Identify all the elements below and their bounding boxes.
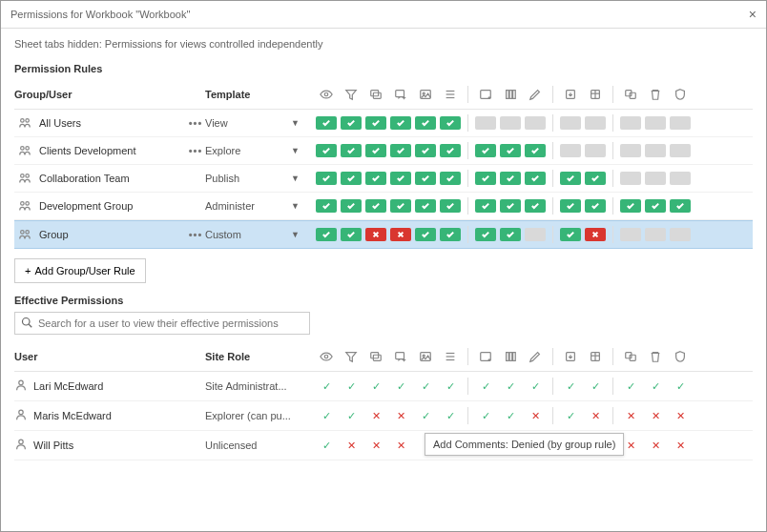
group-name: Development Group — [39, 200, 186, 212]
perm-badge[interactable] — [620, 116, 641, 130]
perm-badge[interactable] — [525, 144, 546, 157]
perm-badge[interactable] — [525, 172, 546, 185]
template-select[interactable]: Administer — [205, 200, 291, 212]
chevron-down-icon[interactable]: ▼ — [291, 174, 308, 183]
perm-badge[interactable] — [440, 199, 461, 213]
effective-row: Will PittsUnlicensedAdd Comments: Denied… — [14, 431, 753, 460]
perm-badge[interactable] — [670, 172, 691, 185]
chevron-down-icon[interactable]: ▼ — [291, 118, 308, 128]
perm-badge[interactable] — [415, 144, 436, 157]
perm-badge[interactable] — [415, 172, 436, 185]
perm-badge[interactable] — [525, 116, 546, 130]
perm-badge[interactable] — [500, 228, 521, 241]
perm-badge[interactable] — [585, 199, 606, 213]
perm-badge[interactable] — [620, 172, 641, 185]
perm-badge[interactable] — [316, 228, 337, 241]
perm-badge[interactable] — [500, 172, 521, 185]
chevron-down-icon[interactable]: ▼ — [291, 230, 308, 239]
perm-badge[interactable] — [670, 144, 691, 157]
search-input[interactable] — [38, 317, 303, 329]
rule-row[interactable]: All Users•••View▼ — [14, 110, 753, 137]
perm-badge[interactable] — [585, 172, 606, 185]
perm-badge[interactable] — [670, 116, 691, 130]
search-input-wrap[interactable] — [14, 312, 310, 335]
perm-badge[interactable] — [390, 172, 411, 185]
effective-cell: ✕ — [390, 410, 411, 422]
more-icon[interactable]: ••• — [186, 117, 205, 129]
chevron-down-icon[interactable]: ▼ — [291, 201, 308, 211]
perm-badge[interactable] — [645, 172, 666, 185]
perm-badge[interactable] — [620, 228, 641, 241]
perm-badge[interactable] — [560, 228, 581, 241]
template-select[interactable]: Custom — [205, 229, 291, 240]
perm-badge[interactable] — [390, 144, 411, 157]
perm-badge[interactable] — [365, 144, 386, 157]
perm-badge[interactable] — [525, 228, 546, 241]
download-data-icon — [585, 87, 606, 102]
perm-badge[interactable] — [620, 199, 641, 213]
perm-badge[interactable] — [365, 199, 386, 213]
perm-badge[interactable] — [341, 172, 362, 185]
effective-cell: ✕ — [670, 410, 691, 422]
perm-badge[interactable] — [316, 144, 337, 157]
perm-badge[interactable] — [440, 172, 461, 185]
perm-badge[interactable] — [645, 116, 666, 130]
perm-badge[interactable] — [525, 199, 546, 213]
perm-badge[interactable] — [560, 144, 581, 157]
perm-badge[interactable] — [316, 172, 337, 185]
perm-badge[interactable] — [390, 228, 411, 241]
perm-badge[interactable] — [440, 144, 461, 157]
perm-badge[interactable] — [341, 116, 362, 130]
rule-row[interactable]: Group•••Custom▼ — [14, 220, 753, 249]
perm-badge[interactable] — [365, 228, 386, 241]
perm-badge[interactable] — [670, 199, 691, 213]
perm-badge[interactable] — [415, 228, 436, 241]
perm-badge[interactable] — [475, 116, 496, 130]
close-icon[interactable]: × — [749, 7, 757, 22]
perm-badge[interactable] — [341, 228, 362, 241]
perm-badge[interactable] — [365, 116, 386, 130]
set-perms-icon — [670, 349, 691, 364]
svg-point-31 — [21, 231, 25, 235]
perm-badge[interactable] — [560, 172, 581, 185]
perm-badge[interactable] — [645, 228, 666, 241]
more-icon[interactable]: ••• — [186, 145, 205, 156]
rule-row[interactable]: Clients Development•••Explore▼ — [14, 137, 753, 165]
perm-badge[interactable] — [316, 199, 337, 213]
perm-badge[interactable] — [585, 144, 606, 157]
perm-badge[interactable] — [475, 199, 496, 213]
add-group-user-rule-button[interactable]: + Add Group/User Rule — [14, 258, 146, 283]
perm-badge[interactable] — [341, 144, 362, 157]
perm-badge[interactable] — [316, 116, 337, 130]
template-select[interactable]: Explore — [205, 145, 291, 156]
perm-badge[interactable] — [341, 199, 362, 213]
perm-badge[interactable] — [500, 116, 521, 130]
rule-row[interactable]: Development GroupAdminister▼ — [14, 193, 753, 220]
perm-badge[interactable] — [500, 144, 521, 157]
perm-badge[interactable] — [560, 199, 581, 213]
more-icon[interactable]: ••• — [186, 229, 205, 240]
perm-badge[interactable] — [585, 116, 606, 130]
perm-badge[interactable] — [440, 228, 461, 241]
perm-badge[interactable] — [645, 144, 666, 157]
template-select[interactable]: View — [205, 117, 291, 129]
rule-row[interactable]: Collaboration TeamPublish▼ — [14, 165, 753, 193]
details-icon — [440, 87, 461, 102]
perm-badge[interactable] — [585, 228, 606, 241]
perm-badge[interactable] — [560, 116, 581, 130]
perm-badge[interactable] — [475, 172, 496, 185]
perm-badge[interactable] — [390, 116, 411, 130]
chevron-down-icon[interactable]: ▼ — [291, 146, 308, 155]
perm-badge[interactable] — [390, 199, 411, 213]
perm-badge[interactable] — [415, 116, 436, 130]
perm-badge[interactable] — [475, 228, 496, 241]
perm-badge[interactable] — [365, 172, 386, 185]
template-select[interactable]: Publish — [205, 173, 291, 184]
perm-badge[interactable] — [500, 199, 521, 213]
perm-badge[interactable] — [670, 228, 691, 241]
perm-badge[interactable] — [415, 199, 436, 213]
perm-badge[interactable] — [440, 116, 461, 130]
perm-badge[interactable] — [645, 199, 666, 213]
perm-badge[interactable] — [475, 144, 496, 157]
perm-badge[interactable] — [620, 144, 641, 157]
